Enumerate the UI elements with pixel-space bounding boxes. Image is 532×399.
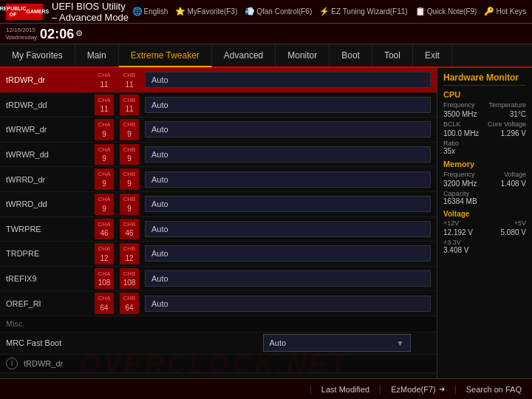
bottom-right: Last Modified EzMode(F7) ➜ Search on FAQ — [310, 385, 532, 394]
setting-name: tWRWR_dr — [6, 125, 95, 134]
setting-value[interactable]: Auto — [145, 221, 431, 237]
table-row[interactable]: tWRRD_drCHA9CHB9Auto — [0, 167, 437, 192]
shortcut-hotkeys[interactable]: 🔑 Hot Keys — [484, 7, 526, 16]
table-row[interactable]: OREF_RICHA64CHB64Auto — [0, 291, 437, 316]
table-row[interactable]: tREFIX9CHA108CHB108Auto — [0, 267, 437, 292]
nav-monitor-label: Monitor — [287, 50, 317, 61]
table-row[interactable]: tWRWR_ddCHA9CHB9Auto — [0, 143, 437, 168]
mem-cap-label: Capacity — [443, 190, 526, 197]
setting-value[interactable]: Auto — [145, 171, 431, 188]
cpu-corevolt-label: Core Voltage — [488, 120, 526, 128]
nav-boot[interactable]: Boot — [330, 44, 372, 66]
hw-monitor-title: Hardware Monitor — [443, 72, 526, 86]
setting-value[interactable]: Auto — [145, 97, 431, 113]
lightning-icon: ⚡ — [319, 7, 330, 16]
arrow-right-icon: ➜ — [439, 385, 445, 393]
header-bar: REPUBLIC OF GAMERS UEFI BIOS Utility – A… — [0, 0, 532, 24]
table-row[interactable]: TRDPRECHA12CHB12Auto — [0, 242, 437, 267]
channel-boxes: CHA11CHB11 — [95, 95, 139, 116]
chb-box: CHB46 — [120, 219, 139, 240]
gear-icon[interactable]: ⚙ — [75, 30, 83, 38]
datetime-bar: 12/16/2015 Wednesday 02:06 ⚙ — [0, 24, 532, 44]
shortcut-qfan[interactable]: 💨 Qfan Control(F6) — [245, 7, 312, 16]
bottom-bar: Last Modified EzMode(F7) ➜ Search on FAQ — [0, 378, 532, 399]
chb-box: CHB11 — [120, 95, 139, 116]
shortcut-eztuning[interactable]: ⚡ EZ Tuning Wizard(F11) — [319, 7, 407, 16]
note-icon: 📋 — [415, 7, 426, 16]
nav-advanced[interactable]: Advanced — [212, 44, 276, 66]
channel-boxes: CHA12CHB12 — [95, 243, 139, 265]
mem-freq-value: 3200 MHz — [443, 180, 477, 188]
table-row[interactable]: tRDWR_ddCHA11CHB11Auto — [0, 93, 437, 118]
hotkeys-label: Hot Keys — [496, 7, 526, 16]
nav-extreme-tweaker[interactable]: Extreme Tweaker — [119, 45, 212, 67]
voltage-title: Voltage — [443, 210, 526, 218]
setting-value[interactable]: Auto — [145, 296, 431, 312]
nav-tool[interactable]: Tool — [372, 44, 413, 66]
setting-value[interactable]: Auto — [145, 270, 431, 287]
table-row[interactable]: tRDWR_drCHA11CHB11Auto — [0, 68, 437, 93]
mrc-dropdown[interactable]: Auto ▼ — [263, 334, 411, 352]
mem-freq-label: Frequency — [443, 171, 475, 178]
setting-value[interactable]: Auto — [145, 121, 431, 137]
setting-value[interactable]: Auto — [145, 72, 431, 88]
cpu-ratio-value: 35x — [443, 147, 526, 155]
cpu-section-title: CPU — [443, 90, 526, 99]
setting-name: tWRRD_dd — [6, 200, 95, 208]
mem-cap-value: 16384 MB — [443, 197, 526, 205]
cpu-bclk-value: 100.0 MHz — [443, 129, 479, 137]
table-row[interactable]: TWRPRECHA46CHB46Auto — [0, 217, 437, 242]
cha-box: CHA46 — [95, 219, 114, 240]
setting-name: OREF_RI — [6, 299, 95, 308]
settings-panel: tRDWR_drCHA11CHB11AutotRDWR_ddCHA11CHB11… — [0, 68, 437, 378]
cpu-ratio-label: Ratio — [443, 140, 526, 147]
channel-boxes: CHA108CHB108 — [95, 268, 139, 290]
cpu-bclk-row: BCLK Core Voltage — [443, 120, 526, 128]
cha-box: CHA11 — [95, 95, 114, 116]
hw-panel: Hardware Monitor CPU Frequency Temperatu… — [437, 68, 532, 378]
channel-boxes: CHA9CHB9 — [95, 119, 139, 140]
setting-value[interactable]: Auto — [145, 245, 431, 262]
info-text: tRDWR_dr — [24, 359, 63, 368]
cha-box: CHA12 — [95, 243, 114, 265]
nav-main[interactable]: Main — [75, 44, 119, 66]
header-shortcuts: 🌐 English ⭐ MyFavorite(F3) 💨 Qfan Contro… — [132, 7, 526, 16]
cha-box: CHA9 — [95, 144, 114, 166]
mrc-dropdown-wrapper: Auto ▼ — [263, 334, 432, 352]
quicknote-label: Quick Note(F9) — [427, 7, 477, 16]
mem-freq-val-row: 3200 MHz 1.408 V — [443, 180, 526, 188]
bios-title: UEFI BIOS Utility – Advanced Mode — [52, 1, 132, 23]
rog-logo: REPUBLIC OF GAMERS — [6, 4, 43, 20]
nav-exit[interactable]: Exit — [413, 44, 452, 66]
date-display: 12/16/2015 Wednesday — [6, 27, 37, 41]
key-icon: 🔑 — [484, 7, 494, 16]
volt-12-val-row: 12.192 V 5.080 V — [443, 228, 526, 237]
shortcut-myfavorite[interactable]: ⭐ MyFavorite(F3) — [175, 7, 237, 16]
main-content: tRDWR_drCHA11CHB11AutotRDWR_ddCHA11CHB11… — [0, 68, 532, 378]
shortcut-quicknote[interactable]: 📋 Quick Note(F9) — [415, 7, 477, 16]
chevron-down-icon: ▼ — [397, 339, 404, 347]
shortcut-english[interactable]: 🌐 English — [132, 7, 168, 16]
voltage-section: Voltage +12V +5V 12.192 V 5.080 V +3.3V … — [443, 210, 526, 254]
search-faq-btn[interactable]: Search on FAQ — [455, 385, 532, 394]
nav-bar: My Favorites Main Extreme Tweaker Advanc… — [0, 44, 532, 68]
setting-name: TRDPRE — [6, 249, 95, 258]
cha-box: CHA11 — [95, 69, 114, 91]
table-row[interactable]: MRC Fast Boot Auto ▼ — [0, 332, 437, 355]
setting-value[interactable]: Auto — [145, 196, 431, 212]
last-modified-btn[interactable]: Last Modified — [310, 385, 380, 394]
cha-box: CHA64 — [95, 293, 114, 314]
ez-mode-btn[interactable]: EzMode(F7) ➜ — [380, 385, 455, 394]
channel-boxes: CHA9CHB9 — [95, 168, 139, 190]
nav-favorites[interactable]: My Favorites — [0, 44, 75, 66]
table-row[interactable]: tWRRD_ddCHA9CHB9Auto — [0, 192, 437, 217]
star-icon: ⭐ — [175, 7, 185, 16]
clock-display: 02:06 ⚙ — [40, 27, 83, 41]
myfavorite-label: MyFavorite(F3) — [187, 7, 237, 16]
memory-section-title: Memory — [443, 160, 526, 168]
time-text: 02:06 — [40, 27, 74, 41]
setting-value[interactable]: Auto — [145, 146, 431, 163]
nav-monitor[interactable]: Monitor — [276, 44, 330, 66]
channel-boxes: CHA9CHB9 — [95, 144, 139, 166]
table-row[interactable]: tWRWR_drCHA9CHB9Auto — [0, 117, 437, 143]
